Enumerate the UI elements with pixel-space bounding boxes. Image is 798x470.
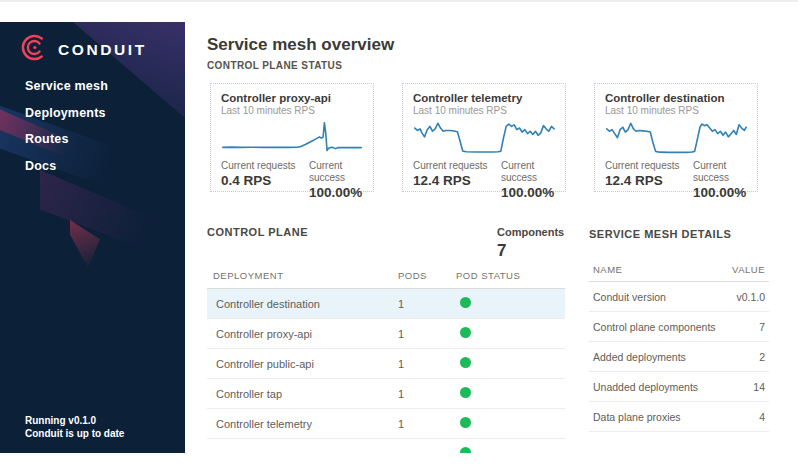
components-counter: Components 7 [497,227,564,261]
pod-status-cell [454,297,565,310]
rps-sparkline [221,120,363,157]
control-plane-status-label: CONTROL PLANE STATUS [207,60,342,71]
card-subtitle: Last 10 minutes RPS [413,105,555,117]
sidebar-item-routes[interactable]: Routes [25,133,108,146]
pods-cell: 1 [392,328,454,340]
deployment-cell: Controller tap [207,388,392,400]
card-stats: Current requests 12.4 RPS Current succes… [413,160,555,201]
card-subtitle: Last 10 minutes RPS [605,105,747,117]
success-label: Current success [693,160,747,184]
pod-status-ok-icon [460,417,471,428]
success-label: Current success [501,160,555,184]
pod-status-cell [454,357,565,370]
pods-cell: 1 [392,418,454,430]
components-value: 7 [497,241,564,261]
service-mesh-details-heading: SERVICE MESH DETAILS [589,229,769,240]
update-status-text: Conduit is up to date [25,427,124,440]
components-label: Components [497,227,564,238]
detail-row-control-plane-components: Control plane components 7 [589,312,769,342]
pod-status-ok-icon [460,327,471,338]
rps-sparkline [413,120,555,157]
success-value: 100.00% [693,184,747,201]
detail-value: 7 [759,321,765,333]
table-row-controller-public-api[interactable]: Controller public-api 1 [207,349,565,379]
window-top-edge [0,0,798,2]
conduit-spiral-icon [20,33,49,66]
pod-status-cell [454,327,565,340]
control-plane-section: CONTROL PLANE Components 7 DEPLOYMENT PO… [207,227,565,453]
column-header-name: NAME [593,264,622,275]
deployment-cell: Controller telemetry [207,418,392,430]
main-content: Service mesh overview CONTROL PLANE STAT… [185,22,798,453]
detail-row-conduit-version: Conduit version v0.1.0 [589,282,769,312]
table-row-controller-destination[interactable]: Controller destination 1 [207,289,565,319]
detail-value: 14 [753,381,765,393]
pod-status-ok-icon [460,297,471,308]
conduit-logo[interactable]: CONDUIT [20,33,147,66]
column-header-deployment: DEPLOYMENT [207,270,392,281]
requests-label: Current requests [221,160,309,172]
detail-value: 2 [759,351,765,363]
sidebar-item-docs[interactable]: Docs [25,160,108,173]
pods-cell: 1 [392,358,454,370]
pod-status-cell [454,417,565,430]
success-value: 100.00% [501,184,555,201]
table-row-controller-telemetry[interactable]: Controller telemetry 1 [207,409,565,439]
logo-wordmark: CONDUIT [58,41,147,59]
pod-status-ok-icon [460,387,471,398]
pods-cell: 1 [392,388,454,400]
success-label: Current success [309,160,363,184]
sidebar-nav: Service mesh Deployments Routes Docs [25,80,108,186]
pod-status-cell [454,387,565,400]
requests-value: 0.4 RPS [221,172,309,189]
requests-label: Current requests [605,160,693,172]
sidebar-art-shape [70,220,100,268]
running-version-text: Running v0.1.0 [25,414,124,427]
detail-row-data-plane-proxies: Data plane proxies 4 [589,402,769,432]
detail-value: 4 [759,411,765,423]
card-title: Controller proxy-api [221,92,363,105]
service-mesh-details-section: SERVICE MESH DETAILS NAME VALUE Conduit … [589,229,769,432]
requests-value: 12.4 RPS [605,172,693,189]
deployment-cell: Controller public-api [207,358,392,370]
metric-card-proxy-api: Controller proxy-api Last 10 minutes RPS… [210,83,374,192]
column-header-pod-status: POD STATUS [454,270,565,281]
metric-card-telemetry: Controller telemetry Last 10 minutes RPS… [402,83,566,192]
sidebar: CONDUIT Service mesh Deployments Routes … [0,22,185,453]
metric-card-destination: Controller destination Last 10 minutes R… [594,83,758,192]
card-title: Controller destination [605,92,747,105]
detail-name: Data plane proxies [593,411,681,423]
card-subtitle: Last 10 minutes RPS [221,105,363,117]
success-value: 100.00% [309,184,363,201]
pods-cell: 1 [392,298,454,310]
details-table-header: NAME VALUE [589,264,769,282]
column-header-pods: PODS [392,270,454,281]
card-title: Controller telemetry [413,92,555,105]
requests-value: 12.4 RPS [413,172,501,189]
pod-status-ok-icon [460,447,471,453]
version-status: Running v0.1.0 Conduit is up to date [25,414,124,440]
detail-name: Added deployments [593,351,686,363]
deployment-cell: Controller destination [207,298,392,310]
control-plane-table-header: DEPLOYMENT PODS POD STATUS [207,270,565,289]
sidebar-item-deployments[interactable]: Deployments [25,107,108,120]
page-title: Service mesh overview [207,35,394,55]
sidebar-art-shape [40,170,185,282]
sidebar-item-service-mesh[interactable]: Service mesh [25,80,108,93]
detail-row-added-deployments: Added deployments 2 [589,342,769,372]
card-stats: Current requests 0.4 RPS Current success… [221,160,363,201]
table-row-controller-proxy-api[interactable]: Controller proxy-api 1 [207,319,565,349]
pod-status-cell [454,447,565,453]
table-row-controller-tap[interactable]: Controller tap 1 [207,379,565,409]
pod-status-ok-icon [460,357,471,368]
rps-sparkline [605,120,747,157]
detail-name: Conduit version [593,291,666,303]
deployment-cell: Controller proxy-api [207,328,392,340]
table-row-partial[interactable] [207,439,565,453]
detail-value: v0.1.0 [736,291,765,303]
metric-cards-row: Controller proxy-api Last 10 minutes RPS… [210,83,758,192]
detail-name: Control plane components [593,321,716,333]
column-header-value: VALUE [732,264,765,275]
detail-name: Unadded deployments [593,381,698,393]
card-stats: Current requests 12.4 RPS Current succes… [605,160,747,201]
